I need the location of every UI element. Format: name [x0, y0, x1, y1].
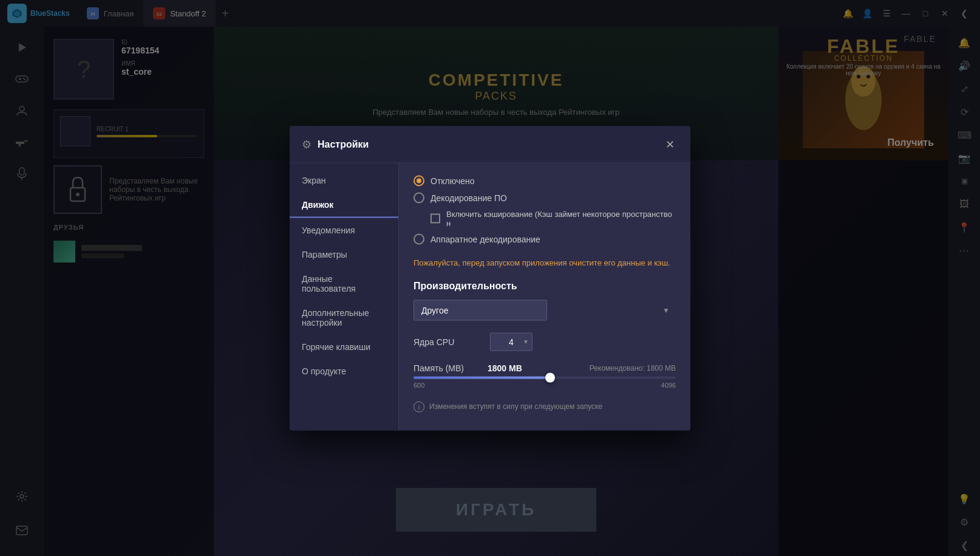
nav-about[interactable]: О продукте	[290, 359, 398, 383]
memory-header-row: Память (MB) 1800 MB Рекомендовано: 1800 …	[413, 363, 676, 373]
cpu-label: Ядра CPU	[413, 337, 480, 347]
performance-dropdown-wrapper: Низкое Среднее Высокое Другое ▼	[413, 300, 676, 321]
nav-dvizhok[interactable]: Движок	[290, 192, 398, 218]
nav-parametry[interactable]: Параметры	[290, 242, 398, 266]
memory-slider-thumb[interactable]	[545, 373, 555, 383]
memory-slider-container: 600 4096	[413, 377, 676, 389]
radio-soft-label: Декодирование ПО	[430, 193, 507, 202]
cache-label: Включить кэширование (Кэш займет некотор…	[446, 209, 676, 227]
cache-checkbox[interactable]	[430, 213, 440, 223]
memory-label: Память (MB)	[413, 363, 480, 373]
radio-soft[interactable]: Декодирование ПО	[413, 192, 676, 203]
settings-nav: Экран Движок Уведомления Параметры Данны…	[290, 163, 399, 430]
memory-slider-fill	[413, 377, 550, 379]
radio-hw[interactable]: Аппаратное декодирование	[413, 233, 676, 244]
modal-body: Экран Движок Уведомления Параметры Данны…	[290, 163, 690, 430]
performance-section-title: Производительность	[413, 281, 676, 292]
cache-checkbox-item[interactable]: Включить кэширование (Кэш займет некотор…	[430, 209, 676, 227]
cpu-select-wrapper: 1 2 4 6 8 ▼	[490, 333, 533, 351]
info-icon: i	[413, 402, 424, 413]
performance-dropdown[interactable]: Низкое Среднее Высокое Другое	[413, 300, 547, 321]
nav-ekran[interactable]: Экран	[290, 168, 398, 192]
cpu-select[interactable]: 1 2 4 6 8	[490, 333, 533, 351]
info-text: Изменения вступят в силу при следующем з…	[429, 401, 602, 412]
cpu-setting-row: Ядра CPU 1 2 4 6 8 ▼	[413, 333, 676, 351]
radio-hw-label: Аппаратное декодирование	[430, 234, 540, 244]
memory-min-label: 600	[413, 382, 424, 389]
radio-off-circle[interactable]	[413, 175, 424, 186]
radio-hw-circle[interactable]	[413, 233, 424, 244]
info-note: i Изменения вступят в силу при следующем…	[413, 401, 676, 413]
nav-dop[interactable]: Дополнительные настройки	[290, 300, 398, 334]
memory-section: Память (MB) 1800 MB Рекомендовано: 1800 …	[413, 363, 676, 389]
memory-value: 1800 MB	[488, 363, 522, 373]
warning-text: Пожалуйста, перед запуском приложения оч…	[413, 256, 676, 269]
memory-slider-track	[413, 377, 676, 379]
radio-soft-circle[interactable]	[413, 192, 424, 203]
settings-gear-icon: ⚙	[302, 137, 311, 151]
settings-content: Отключено Декодирование ПО Включить кэши…	[399, 163, 690, 430]
radio-off[interactable]: Отключено	[413, 175, 676, 186]
modal-close-button[interactable]: ✕	[661, 136, 678, 153]
memory-slider-labels: 600 4096	[413, 382, 676, 389]
memory-max-label: 4096	[661, 382, 676, 389]
radio-off-label: Отключено	[430, 176, 475, 185]
nav-hot[interactable]: Горячие клавиши	[290, 334, 398, 359]
nav-uvedomleniia[interactable]: Уведомления	[290, 218, 398, 242]
settings-modal: ⚙ Настройки ✕ Экран Движок Уведомления П…	[290, 126, 690, 430]
memory-recommended: Рекомендовано: 1800 MB	[590, 364, 676, 372]
dropdown-arrow-icon: ▼	[662, 306, 670, 315]
nav-dannye[interactable]: Данные пользователя	[290, 266, 398, 300]
decoding-radio-group: Отключено Декодирование ПО Включить кэши…	[413, 175, 676, 244]
radio-off-dot	[417, 178, 421, 183]
modal-title: Настройки	[318, 139, 655, 149]
modal-header: ⚙ Настройки ✕	[290, 126, 690, 163]
